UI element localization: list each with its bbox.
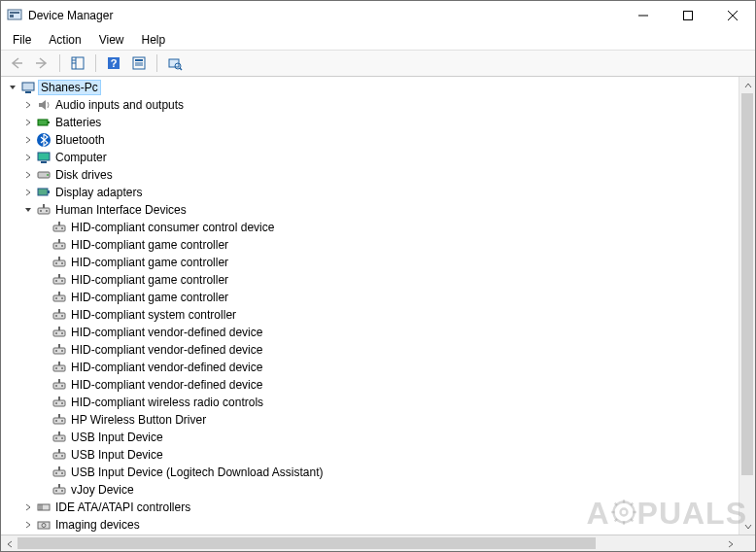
tree-device-row[interactable]: vJoy Device [1,481,739,499]
tree-label[interactable]: vJoy Device [71,483,134,497]
hid-icon [52,465,67,480]
tree-label[interactable]: HID-compliant vendor-defined device [71,326,262,339]
menu-help[interactable]: Help [134,31,174,49]
tree-category-computer[interactable]: Computer [1,149,739,166]
svg-rect-91 [53,470,65,476]
tree-category-hid[interactable]: Human Interface Devices [1,201,739,219]
tree-label[interactable]: HID-compliant system controller [71,308,236,322]
tree-label[interactable]: HID-compliant game controller [71,273,228,287]
menu-view[interactable]: View [91,31,132,49]
tree-device-row[interactable]: HP Wireless Button Driver [1,411,739,429]
tree-device-row[interactable]: USB Input Device [1,446,739,464]
tree-device-row[interactable]: HID-compliant consumer control device [1,219,739,236]
tree-device-row[interactable]: HID-compliant game controller [1,271,739,289]
tree-label[interactable]: USB Input Device [71,448,163,462]
tree-label[interactable]: USB Input Device (Logitech Download Assi… [71,466,323,479]
forward-button[interactable] [30,52,53,74]
menu-file[interactable]: File [5,31,39,49]
tree-root-label[interactable]: Shanes-Pc [38,80,101,95]
chevron-down-icon[interactable] [5,80,20,95]
chevron-right-icon[interactable] [20,500,36,515]
vertical-scrollbar[interactable] [739,77,755,535]
tree-device-row[interactable]: HID-compliant game controller [1,236,739,254]
tree-category-batteries[interactable]: Batteries [1,114,739,131]
bluetooth-icon [36,132,52,148]
tree-label[interactable]: HID-compliant vendor-defined device [71,343,262,357]
scroll-track[interactable] [739,93,755,518]
tree-label[interactable]: Computer [55,151,107,164]
tree-device-row[interactable]: HID-compliant vendor-defined device [1,341,739,359]
tree-label[interactable]: HID-compliant game controller [71,256,228,269]
camera-icon [36,517,52,533]
help-button[interactable]: ? [102,52,125,74]
tree-category-audio[interactable]: Audio inputs and outputs [1,96,739,114]
tree-device-row[interactable]: HID-compliant vendor-defined device [1,324,739,341]
close-button[interactable] [710,1,755,30]
chevron-right-icon[interactable] [20,97,36,113]
chevron-right-icon[interactable] [20,167,36,183]
tree-category-disk[interactable]: Disk drives [1,166,739,184]
tree-label[interactable]: USB Input Device [71,431,163,444]
tree-label[interactable]: Human Interface Devices [55,203,187,217]
device-tree[interactable]: Shanes-Pc Audio inputs and outputs Batte… [1,77,739,535]
tree-device-row[interactable]: HID-compliant vendor-defined device [1,359,739,376]
tree-device-row[interactable]: HID-compliant game controller [1,254,739,271]
scroll-right-button[interactable] [722,535,739,552]
chevron-right-icon[interactable] [20,185,36,200]
tree-device-row[interactable]: HID-compliant wireless radio controls [1,394,739,411]
tree-label[interactable]: HID-compliant consumer control device [71,221,274,234]
tree-device-row[interactable]: HID-compliant system controller [1,306,739,324]
chevron-right-icon[interactable] [20,150,36,165]
svg-point-89 [61,455,63,457]
tree-root-row[interactable]: Shanes-Pc [1,79,739,96]
tree-device-row[interactable]: HID-compliant game controller [1,289,739,306]
show-hide-tree-button[interactable] [66,52,89,74]
svg-rect-67 [53,365,65,371]
maximize-button[interactable] [666,1,710,30]
tree-label[interactable]: Audio inputs and outputs [55,98,184,112]
tree-label[interactable]: IDE ATA/ATAPI controllers [55,500,190,514]
svg-point-57 [61,315,63,317]
scan-hardware-button[interactable] [163,52,187,74]
tree-device-row[interactable]: HID-compliant vendor-defined device [1,376,739,394]
svg-rect-79 [53,418,65,424]
svg-rect-23 [48,121,50,123]
svg-rect-31 [38,208,50,214]
tree-label[interactable]: Disk drives [55,168,113,182]
scroll-up-button[interactable] [739,77,756,93]
scroll-down-button[interactable] [739,518,756,535]
svg-point-40 [55,245,57,247]
scroll-left-button[interactable] [1,535,17,552]
scroll-track[interactable] [17,535,722,551]
tree-device-row[interactable]: USB Input Device [1,429,739,446]
tree-category-ide[interactable]: IDE ATA/ATAPI controllers [1,499,739,516]
tree-label[interactable]: HID-compliant vendor-defined device [71,361,262,374]
svg-point-32 [40,210,42,212]
back-button[interactable] [5,52,28,74]
tree-category-imaging[interactable]: Imaging devices [1,516,739,534]
svg-point-84 [55,437,57,439]
chevron-right-icon[interactable] [20,517,36,533]
tree-device-row[interactable]: USB Input Device (Logitech Download Assi… [1,464,739,481]
tree-label[interactable]: HP Wireless Button Driver [71,413,206,427]
scroll-thumb[interactable] [741,93,753,475]
properties-button[interactable] [127,52,151,74]
tree-label[interactable]: Bluetooth [55,133,105,147]
tree-category-display[interactable]: Display adapters [1,184,739,201]
minimize-button[interactable] [621,1,666,30]
tree-label[interactable]: HID-compliant wireless radio controls [71,396,263,409]
chevron-down-icon[interactable] [20,202,36,218]
tree-label[interactable]: HID-compliant game controller [71,291,228,304]
tree-category-bluetooth[interactable]: Bluetooth [1,131,739,149]
tree-label[interactable]: Batteries [55,116,101,129]
scroll-thumb[interactable] [17,537,596,549]
chevron-right-icon[interactable] [20,132,36,148]
horizontal-scrollbar[interactable] [1,535,755,551]
chevron-right-icon[interactable] [20,115,36,130]
tree-label[interactable]: Display adapters [55,186,142,199]
tree-label[interactable]: Imaging devices [55,518,140,532]
tree-label[interactable]: HID-compliant game controller [71,238,228,252]
tree-label[interactable]: HID-compliant vendor-defined device [71,378,262,392]
svg-point-53 [61,297,63,299]
menu-action[interactable]: Action [41,31,88,49]
